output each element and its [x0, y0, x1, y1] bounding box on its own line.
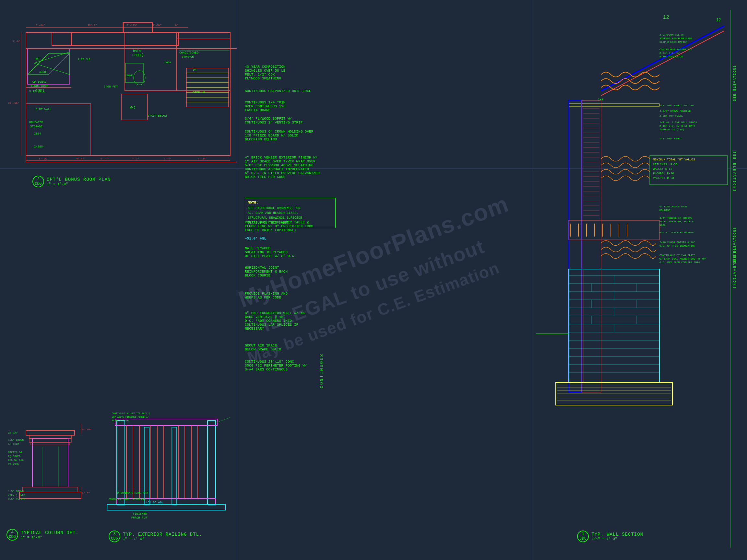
- svg-text:4-5/8" CROWN MOLDING: 4-5/8" CROWN MOLDING: [660, 110, 691, 112]
- svg-rect-98: [172, 427, 177, 505]
- label-nail-plywood: NAIL PLYWOOD SHEATHING TO PLYWOOD OF SIL…: [245, 246, 296, 258]
- svg-text:SIMPSON H10 HURRICANE: SIMPSON H10 HURRICANE: [660, 37, 692, 40]
- svg-text:0'-10": 0'-10": [82, 428, 92, 431]
- svg-text:2-2854: 2-2854: [34, 145, 45, 149]
- svg-text:CEILINGS: R-30: CEILINGS: R-30: [653, 163, 678, 166]
- svg-text:16'-2": 16'-2": [87, 24, 97, 27]
- see-elevations-bottom: SEE ELEVATIONS: [733, 227, 737, 263]
- svg-text:SEE ELEVATIONS: SEE ELEVATIONS: [732, 151, 736, 192]
- svg-text:2x CAP: 2x CAP: [8, 431, 18, 434]
- svg-text:FINISHED: FINISHED: [133, 512, 147, 515]
- svg-text:VAULTS:   R-23: VAULTS: R-23: [653, 177, 674, 180]
- svg-text:MINIMUM TOTAL "R" VALUES: MINIMUM TOTAL "R" VALUES: [653, 158, 695, 161]
- wall-section-title: 1 CD6 TYP. WALL SECTION 3/4" = 1'-0": [577, 531, 643, 542]
- svg-text:FLOORS:   R-20: FLOORS: R-20: [653, 172, 674, 175]
- note-box-title: NOTE:: [248, 201, 333, 205]
- svg-rect-134: [569, 104, 660, 106]
- column-det-title: TYPICAL COLUMN DET.: [21, 530, 79, 535]
- svg-text:STORAGE: STORAGE: [182, 55, 194, 59]
- svg-marker-6: [28, 53, 70, 75]
- section-label-column-det: TYPICAL COLUMN DET. 1" = 1'-0": [21, 530, 79, 539]
- section-num-4: 4: [11, 530, 13, 535]
- svg-text:6'-3¾": 6'-3¾": [152, 24, 162, 27]
- section-sheet-3: CD6: [111, 536, 118, 541]
- svg-text:2X4: 2X4: [598, 98, 603, 102]
- svg-text:6'-7": 6'-7": [101, 157, 108, 160]
- section-num-1: 1: [582, 532, 584, 536]
- svg-text:O.C. MAX FROM CORNERS INTO: O.C. MAX FROM CORNERS INTO: [660, 261, 700, 264]
- wall-section-scale: 3/4" = 1'-0": [591, 537, 643, 541]
- svg-text:O.C. W/ R-20 INSULATION: O.C. W/ R-20 INSULATION: [660, 244, 695, 247]
- label-continuous: CONTINUOUS: [319, 353, 324, 388]
- bonus-room-plan-svg: WELL 5 FT WALL BATH (TILE) SHWR CONDITIO…: [6, 6, 237, 165]
- svg-text:BONUS ROOM: BONUS ROOM: [31, 85, 48, 88]
- svg-text:8'-0¼": 8'-0¼": [39, 157, 48, 160]
- svg-text:MOLDING: MOLDING: [660, 209, 670, 212]
- label-drip-edge: CONTINUOUS GALVANIZED DRIP EDGE: [245, 89, 311, 93]
- wall-section-title-text: TYP. WALL SECTION: [591, 532, 643, 537]
- svg-text:2-2x4 TOP PLATE: 2-2x4 TOP PLATE: [660, 114, 683, 117]
- section-sheet-1: CD6: [579, 536, 587, 541]
- svg-text:WALLS:    R-16: WALLS: R-16: [653, 167, 672, 171]
- railing-detail-svg: FINISHED PORCH FLR +51.0' AGL CONTINUOUS…: [107, 408, 233, 531]
- svg-text:MIRTEC OR: MIRTEC OR: [8, 451, 22, 454]
- svg-rect-72: [26, 430, 75, 435]
- svg-text:R-30 INSULATION: R-30 INSULATION: [660, 55, 683, 58]
- svg-text:NAIL: NAIL: [660, 223, 666, 226]
- label-soffit: 3/4" PLYWOOD SOFFIT W/ CONTINUOUS 2" VEN…: [245, 117, 303, 125]
- svg-text:(OPT): (OPT): [36, 89, 45, 92]
- svg-text:7'-3": 7'-3": [131, 157, 139, 160]
- svg-text:1x TRIM: 1x TRIM: [8, 442, 19, 445]
- label-agl: +51.0' AGL: [245, 237, 266, 240]
- label-roofing: 40-YEAR COMPOSITION SHINGLES OVER 50 LB …: [245, 65, 285, 80]
- section-circle-4: 4 CD6: [6, 529, 18, 540]
- label-footing: CONTINUOUS 20"x10" CONC. 3000 PSI PERIME…: [245, 360, 307, 371]
- svg-text:2x10 FLOOR JOISTS @ 16": 2x10 FLOOR JOISTS @ 16": [660, 241, 695, 244]
- svg-rect-174: [569, 220, 660, 240]
- section-num-3: 3: [113, 532, 115, 536]
- svg-rect-14: [126, 63, 143, 83]
- svg-text:INTERMEDIATE ALUM. POST: INTERMEDIATE ALUM. POST: [117, 491, 148, 494]
- svg-text:CONTINUOUS MILLED TOP RAIL @: CONTINUOUS MILLED TOP RAIL @: [112, 412, 150, 415]
- svg-text:7'-5": 7'-5": [164, 157, 172, 160]
- svg-text:COL W/ 6X6: COL W/ 6X6: [8, 458, 24, 461]
- svg-text:2468 PKT: 2468 PKT: [104, 85, 118, 88]
- svg-text:36" ABOVE FINISHED PORCH W/: 36" ABOVE FINISHED PORCH W/: [112, 416, 149, 418]
- svg-text:CONTINUOUS RAISED 2x4: CONTINUOUS RAISED 2x4: [660, 48, 692, 51]
- svg-text:18'-1¾": 18'-1¾": [8, 102, 19, 104]
- svg-text:1.5" CROWN: 1.5" CROWN: [8, 438, 24, 442]
- section-sheet-2: CD6: [35, 182, 42, 186]
- label-horiz-joint: HORIZONTAL JOINT REINFORCEMENT @ EACH BL…: [245, 266, 288, 277]
- svg-rect-74: [32, 438, 68, 487]
- svg-text:12: 12: [716, 18, 721, 22]
- svg-text:¾": ¾": [175, 24, 178, 27]
- section-sheet-4: CD6: [9, 535, 16, 539]
- label-grout: GROUT AIR SPACE BELOW GRADE SOLID: [245, 344, 281, 351]
- bonus-room-section-title: 2 CD6 OPT'L BONUS ROOM PLAN 1" = 1'-0": [32, 176, 110, 187]
- svg-text:STEP UP: STEP UP: [193, 91, 205, 94]
- svg-text:(TILE): (TILE): [132, 53, 144, 57]
- svg-text:3.5" PLINTH: 3.5" PLINTH: [8, 498, 25, 500]
- main-container: MyHomeFloorPlans.com ILLEGAL to use with…: [0, 0, 747, 560]
- svg-rect-96: [207, 421, 215, 505]
- bonus-room-scale: 1" = 1'-0": [47, 182, 110, 186]
- railing-title: TYP. EXTERIOR RAILING DTL.: [123, 532, 202, 537]
- column-det-scale: 1" = 1'-0": [21, 535, 79, 539]
- svg-text:1'-4": 1'-4": [82, 491, 90, 494]
- svg-text:+51.0' AGL: +51.0' AGL: [146, 501, 163, 504]
- svg-text:3068: 3068: [39, 71, 46, 74]
- svg-text:DOOR: DOOR: [165, 61, 171, 64]
- section-label-railing: TYP. EXTERIOR RAILING DTL. 1" = 1'-0": [123, 532, 202, 541]
- svg-text:(REV.) OVER: (REV.) OVER: [8, 494, 25, 497]
- svg-text:UNHEATED: UNHEATED: [29, 121, 43, 124]
- section-circle-3: 3 CD6: [109, 531, 120, 542]
- label-crown-molding: CONTINUOUS 6" CROWN MOLDING OVER 1x8 FRI…: [245, 130, 313, 141]
- bonus-room-title: OPT'L BONUS ROOM PLAN: [47, 177, 110, 182]
- svg-text:STAIR BELOW: STAIR BELOW: [148, 114, 167, 118]
- svg-text:4'-4": 4'-4": [76, 157, 84, 160]
- wall-section-notes-area: 40-YEAR COMPOSITION SHINGLES OVER 50 LB …: [241, 10, 397, 548]
- svg-text:GLUED SUBFLOOR, GLUE &: GLUED SUBFLOOR, GLUE &: [660, 220, 694, 223]
- svg-text:9 FT CLG: 9 FT CLG: [78, 58, 91, 61]
- svg-text:8'-0¼": 8'-0¼": [36, 24, 45, 27]
- section-circle-2: 2 CD6: [32, 176, 44, 187]
